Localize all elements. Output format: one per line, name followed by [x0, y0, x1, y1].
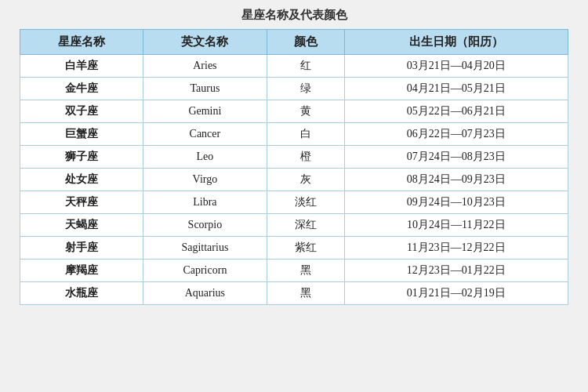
cell-english: Libra: [143, 191, 267, 214]
cell-date: 03月21日—04月20日: [344, 55, 568, 78]
table-row: 巨蟹座Cancer白06月22日—07月23日: [20, 123, 568, 146]
table-row: 水瓶座Aquarius黑01月21日—02月19日: [20, 282, 568, 305]
table-header-row: 星座名称 英文名称 颜色 出生日期（阳历）: [20, 30, 568, 55]
cell-date: 05月22日—06月21日: [344, 100, 568, 123]
cell-chinese: 射手座: [20, 237, 143, 260]
cell-chinese: 摩羯座: [20, 260, 143, 282]
cell-chinese: 白羊座: [20, 55, 143, 78]
cell-chinese: 狮子座: [20, 146, 143, 169]
cell-english: Sagittarius: [143, 237, 267, 260]
cell-english: Capricorn: [143, 260, 267, 282]
table-row: 摩羯座Capricorn黑12月23日—01月22日: [20, 260, 568, 282]
cell-date: 01月21日—02月19日: [344, 282, 568, 305]
cell-date: 10月24日—11月22日: [344, 214, 568, 237]
table-row: 射手座Sagittarius紫红11月23日—12月22日: [20, 237, 568, 260]
cell-chinese: 水瓶座: [20, 282, 143, 305]
cell-chinese: 金牛座: [20, 78, 143, 100]
cell-color: 灰: [267, 169, 344, 191]
cell-color: 橙: [267, 146, 344, 169]
table-row: 处女座Virgo灰08月24日—09月23日: [20, 169, 568, 191]
page-title: 星座名称及代表颜色: [20, 8, 568, 23]
cell-english: Scorpio: [143, 214, 267, 237]
cell-date: 09月24日—10月23日: [344, 191, 568, 214]
cell-english: Leo: [143, 146, 267, 169]
header-color: 颜色: [267, 30, 344, 55]
cell-date: 08月24日—09月23日: [344, 169, 568, 191]
cell-color: 黑: [267, 282, 344, 305]
cell-color: 淡红: [267, 191, 344, 214]
cell-date: 04月21日—05月21日: [344, 78, 568, 100]
cell-color: 深红: [267, 214, 344, 237]
cell-date: 07月24日—08月23日: [344, 146, 568, 169]
cell-color: 白: [267, 123, 344, 146]
cell-english: Gemini: [143, 100, 267, 123]
cell-english: Aquarius: [143, 282, 267, 305]
cell-chinese: 天秤座: [20, 191, 143, 214]
cell-english: Cancer: [143, 123, 267, 146]
cell-date: 11月23日—12月22日: [344, 237, 568, 260]
header-date: 出生日期（阳历）: [344, 30, 568, 55]
cell-color: 黄: [267, 100, 344, 123]
table-row: 狮子座Leo橙07月24日—08月23日: [20, 146, 568, 169]
table-row: 白羊座Aries红03月21日—04月20日: [20, 55, 568, 78]
cell-chinese: 天蝎座: [20, 214, 143, 237]
cell-chinese: 双子座: [20, 100, 143, 123]
cell-date: 12月23日—01月22日: [344, 260, 568, 282]
table-row: 金牛座Taurus绿04月21日—05月21日: [20, 78, 568, 100]
cell-color: 红: [267, 55, 344, 78]
main-container: 星座名称及代表颜色 星座名称 英文名称 颜色 出生日期（阳历） 白羊座Aries…: [20, 8, 568, 305]
header-english: 英文名称: [143, 30, 267, 55]
table-row: 天秤座Libra淡红09月24日—10月23日: [20, 191, 568, 214]
header-chinese: 星座名称: [20, 30, 143, 55]
table-row: 天蝎座Scorpio深红10月24日—11月22日: [20, 214, 568, 237]
cell-color: 紫红: [267, 237, 344, 260]
cell-chinese: 巨蟹座: [20, 123, 143, 146]
cell-chinese: 处女座: [20, 169, 143, 191]
cell-date: 06月22日—07月23日: [344, 123, 568, 146]
table-row: 双子座Gemini黄05月22日—06月21日: [20, 100, 568, 123]
cell-english: Aries: [143, 55, 267, 78]
cell-color: 绿: [267, 78, 344, 100]
cell-color: 黑: [267, 260, 344, 282]
cell-english: Taurus: [143, 78, 267, 100]
cell-english: Virgo: [143, 169, 267, 191]
zodiac-table: 星座名称 英文名称 颜色 出生日期（阳历） 白羊座Aries红03月21日—04…: [20, 29, 568, 305]
